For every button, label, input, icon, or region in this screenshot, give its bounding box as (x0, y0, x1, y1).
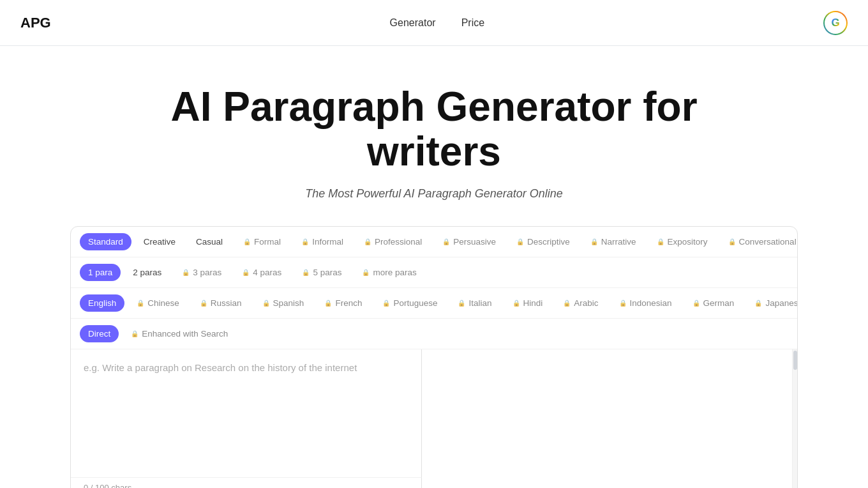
lang-row-chip-0[interactable]: English (80, 294, 124, 312)
lock-icon: 🔒 (692, 300, 700, 307)
lock-icon: 🔒 (728, 238, 736, 245)
prompt-input[interactable] (71, 349, 422, 477)
lang-row-chip-10[interactable]: 🔒German (684, 294, 743, 312)
chip-label: Formal (254, 237, 281, 247)
style-row-chip-0[interactable]: Standard (80, 233, 131, 250)
lock-icon: 🔒 (563, 300, 571, 307)
style-row-chip-3[interactable]: 🔒Formal (235, 233, 289, 250)
lock-icon: 🔒 (302, 269, 310, 276)
chip-label: English (88, 298, 116, 308)
mode-row-chip-0[interactable]: Direct (80, 325, 119, 342)
lang-filter-row: English🔒Chinese🔒Russian🔒Spanish🔒French🔒P… (71, 288, 797, 319)
style-row-chip-10[interactable]: 🔒Conversational (720, 233, 797, 250)
lock-icon: 🔒 (262, 300, 270, 307)
google-signin-button[interactable]: G (823, 11, 848, 35)
hero-title: AI Paragraph Generator for writers (147, 84, 721, 174)
lang-row-chip-9[interactable]: 🔒Indonesian (611, 294, 680, 312)
lang-row-chip-4[interactable]: 🔒French (316, 294, 370, 312)
para-row-chip-3[interactable]: 🔒4 paras (234, 264, 290, 281)
scrollbar-thumb (793, 351, 797, 370)
lock-icon: 🔒 (362, 269, 370, 276)
style-row-chip-7[interactable]: 🔒Descriptive (508, 233, 578, 250)
chip-label: more paras (373, 268, 416, 277)
chip-label: Narrative (601, 237, 636, 247)
lang-row-chip-2[interactable]: 🔒Russian (191, 294, 250, 312)
chip-label: German (703, 298, 735, 308)
mode-filter-row: Direct🔒Enhanced with Search (71, 319, 797, 349)
lang-row-chip-11[interactable]: 🔒Japanese (746, 294, 797, 312)
chip-label: Russian (211, 298, 242, 308)
hero-section: AI Paragraph Generator for writers The M… (0, 46, 868, 226)
style-row-chip-1[interactable]: Creative (135, 233, 184, 250)
nav-price[interactable]: Price (461, 17, 484, 29)
chip-label: Spanish (273, 298, 304, 308)
style-row-chip-4[interactable]: 🔒Informal (293, 233, 352, 250)
lang-row-chip-5[interactable]: 🔒Portuguese (374, 294, 445, 312)
lock-icon: 🔒 (200, 300, 207, 307)
navbar: APG Generator Price G (0, 0, 868, 46)
lock-icon: 🔒 (382, 300, 390, 307)
chip-label: Persuasive (453, 237, 496, 247)
lock-icon: 🔒 (754, 300, 762, 307)
lang-row-chip-6[interactable]: 🔒Italian (449, 294, 500, 312)
chip-label: 2 paras (133, 268, 161, 277)
lock-icon: 🔒 (131, 330, 138, 337)
lock-icon: 🔒 (301, 238, 309, 245)
chip-label: Italian (468, 298, 491, 308)
chip-label: Arabic (574, 298, 598, 308)
nav-links: Generator Price (390, 17, 485, 29)
lock-icon: 🔒 (513, 300, 520, 307)
scrollbar[interactable] (792, 349, 797, 488)
chip-label: Standard (88, 237, 123, 247)
lock-icon: 🔒 (243, 238, 251, 245)
lock-icon: 🔒 (516, 238, 524, 245)
para-row-chip-1[interactable]: 2 paras (124, 264, 170, 281)
lock-icon: 🔒 (324, 300, 332, 307)
style-row-chip-9[interactable]: 🔒Expository (648, 233, 716, 250)
chip-label: Enhanced with Search (142, 329, 228, 339)
lock-icon: 🔒 (137, 300, 144, 307)
generator-box: StandardCreativeCasual🔒Formal🔒Informal🔒P… (70, 226, 798, 488)
char-count: 0 / 100 chars (71, 477, 422, 488)
chip-label: Casual (196, 237, 223, 247)
chip-label: 4 paras (253, 268, 281, 277)
mode-row-chip-1[interactable]: 🔒Enhanced with Search (123, 325, 236, 342)
lang-row-chip-7[interactable]: 🔒Hindi (504, 294, 551, 312)
chip-label: Japanese (765, 298, 797, 308)
para-row-chip-5[interactable]: 🔒more paras (354, 264, 424, 281)
chip-label: Direct (88, 329, 110, 339)
lock-icon: 🔒 (182, 269, 190, 276)
lock-icon: 🔒 (442, 238, 450, 245)
chip-label: Indonesian (630, 298, 672, 308)
lock-icon: 🔒 (619, 300, 627, 307)
para-row-chip-2[interactable]: 🔒3 paras (174, 264, 230, 281)
chip-label: Expository (668, 237, 708, 247)
lang-row-chip-1[interactable]: 🔒Chinese (128, 294, 188, 312)
chip-label: Informal (312, 237, 343, 247)
chip-label: Descriptive (527, 237, 570, 247)
chip-label: 3 paras (193, 268, 221, 277)
lock-icon: 🔒 (590, 238, 598, 245)
content-area: 0 / 100 chars (71, 349, 797, 488)
lock-icon: 🔒 (242, 269, 250, 276)
hero-subtitle: The Most Powerful AI Paragraph Generator… (13, 187, 855, 201)
lock-icon: 🔒 (458, 300, 465, 307)
chip-label: 5 paras (313, 268, 341, 277)
lock-icon: 🔒 (364, 238, 371, 245)
para-row-chip-4[interactable]: 🔒5 paras (294, 264, 350, 281)
google-g-icon: G (831, 17, 839, 29)
style-row-chip-5[interactable]: 🔒Professional (355, 233, 430, 250)
output-wrapper (422, 349, 797, 488)
lang-row-chip-8[interactable]: 🔒Arabic (555, 294, 606, 312)
lang-row-chip-3[interactable]: 🔒Spanish (254, 294, 313, 312)
chip-label: French (335, 298, 362, 308)
style-row-chip-6[interactable]: 🔒Persuasive (434, 233, 504, 250)
chip-label: Creative (144, 237, 176, 247)
style-row-chip-2[interactable]: Casual (188, 233, 231, 250)
nav-generator[interactable]: Generator (390, 17, 436, 29)
style-row-chip-8[interactable]: 🔒Narrative (582, 233, 645, 250)
para-row-chip-0[interactable]: 1 para (80, 264, 121, 281)
logo: APG (20, 15, 51, 31)
chip-label: Portuguese (393, 298, 437, 308)
chip-label: Chinese (147, 298, 179, 308)
